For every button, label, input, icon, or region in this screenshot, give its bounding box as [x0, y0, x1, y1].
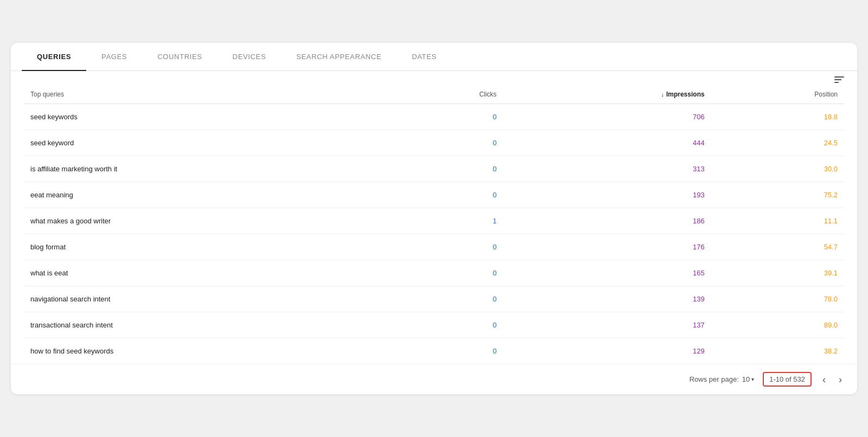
impressions-cell: 176	[503, 234, 711, 260]
position-cell: 24.5	[711, 130, 844, 156]
clicks-cell: 0	[391, 338, 503, 364]
table-row: eeat meaning019375.2	[24, 182, 844, 208]
table-row: what is eeat016539.1	[24, 260, 844, 286]
pagination-prev-button[interactable]: ‹	[820, 375, 828, 384]
position-cell: 54.7	[711, 234, 844, 260]
table-footer: Rows per page: 10 ▾ 1-10 of 532 ‹ ›	[11, 364, 857, 394]
position-cell: 39.1	[711, 260, 844, 286]
impressions-cell: 706	[503, 104, 711, 130]
clicks-cell: 0	[391, 182, 503, 208]
filter-row	[11, 71, 857, 85]
table-row: is affiliate marketing worth it031330.0	[24, 156, 844, 182]
position-cell: 11.1	[711, 208, 844, 234]
rows-per-page-label: Rows per page:	[690, 375, 739, 383]
tab-countries[interactable]: COUNTRIES	[142, 43, 217, 70]
table-row: blog format017654.7	[24, 234, 844, 260]
impressions-cell: 129	[503, 338, 711, 364]
clicks-cell: 0	[391, 286, 503, 312]
position-cell: 18.8	[711, 104, 844, 130]
tab-queries[interactable]: QUERIES	[22, 43, 86, 70]
position-cell: 78.0	[711, 286, 844, 312]
tab-search-appearance[interactable]: SEARCH APPEARANCE	[281, 43, 397, 70]
tab-bar: QUERIES PAGES COUNTRIES DEVICES SEARCH A…	[11, 43, 857, 71]
clicks-cell: 0	[391, 130, 503, 156]
filter-button[interactable]	[834, 76, 844, 83]
impressions-cell: 313	[503, 156, 711, 182]
impressions-cell: 139	[503, 286, 711, 312]
rows-per-page-chevron-icon: ▾	[751, 376, 754, 382]
query-cell: transactional search intent	[24, 312, 391, 338]
position-cell: 38.2	[711, 338, 844, 364]
col-header-query: Top queries	[24, 85, 391, 104]
table-row: what makes a good writer118611.1	[24, 208, 844, 234]
table-row: seed keywords070618.8	[24, 104, 844, 130]
query-cell: navigational search intent	[24, 286, 391, 312]
table-row: how to find seed keywords012938.2	[24, 338, 844, 364]
pagination-info: 1-10 of 532	[763, 372, 812, 387]
clicks-cell: 0	[391, 260, 503, 286]
queries-table: Top queries Clicks ↓ Impressions Positio…	[24, 85, 844, 364]
position-cell: 30.0	[711, 156, 844, 182]
data-table-wrap: Top queries Clicks ↓ Impressions Positio…	[11, 85, 857, 364]
rows-per-page-control: Rows per page: 10 ▾	[690, 375, 755, 383]
pagination-next-button[interactable]: ›	[837, 375, 844, 384]
query-cell: what makes a good writer	[24, 208, 391, 234]
position-cell: 75.2	[711, 182, 844, 208]
table-row: navigational search intent013978.0	[24, 286, 844, 312]
query-cell: eeat meaning	[24, 182, 391, 208]
table-row: seed keyword044424.5	[24, 130, 844, 156]
query-cell: blog format	[24, 234, 391, 260]
query-cell: how to find seed keywords	[24, 338, 391, 364]
sort-arrow-icon: ↓	[661, 91, 664, 98]
position-cell: 89.0	[711, 312, 844, 338]
query-cell: seed keywords	[24, 104, 391, 130]
tab-dates[interactable]: DATES	[397, 43, 452, 70]
col-header-impressions[interactable]: ↓ Impressions	[503, 85, 711, 104]
table-row: transactional search intent013789.0	[24, 312, 844, 338]
tab-devices[interactable]: DEVICES	[218, 43, 282, 70]
col-header-position[interactable]: Position	[711, 85, 844, 104]
impressions-cell: 193	[503, 182, 711, 208]
main-card: QUERIES PAGES COUNTRIES DEVICES SEARCH A…	[11, 43, 857, 394]
impressions-cell: 137	[503, 312, 711, 338]
query-cell: is affiliate marketing worth it	[24, 156, 391, 182]
impressions-cell: 186	[503, 208, 711, 234]
clicks-cell: 0	[391, 104, 503, 130]
impressions-cell: 444	[503, 130, 711, 156]
clicks-cell: 0	[391, 234, 503, 260]
impressions-cell: 165	[503, 260, 711, 286]
query-cell: what is eeat	[24, 260, 391, 286]
clicks-cell: 0	[391, 312, 503, 338]
rows-per-page-value: 10	[742, 375, 750, 383]
query-cell: seed keyword	[24, 130, 391, 156]
clicks-cell: 1	[391, 208, 503, 234]
rows-per-page-select[interactable]: 10 ▾	[742, 375, 754, 383]
col-header-clicks[interactable]: Clicks	[391, 85, 503, 104]
clicks-cell: 0	[391, 156, 503, 182]
tab-pages[interactable]: PAGES	[86, 43, 142, 70]
